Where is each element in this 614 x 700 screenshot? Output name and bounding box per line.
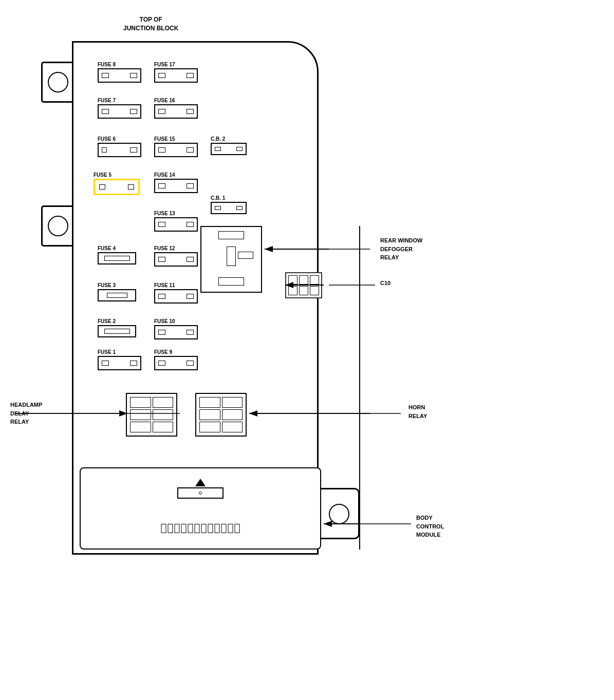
- fuse4-label: FUSE 4: [98, 245, 136, 251]
- horn-relay-box: [195, 393, 247, 437]
- fuse8-tab-left: [102, 73, 109, 78]
- body-control-module-label: BODY CONTROL MODULE: [416, 514, 444, 539]
- fuse5-group: FUSE 5: [94, 172, 140, 195]
- cb2-label: C.B. 2: [211, 136, 247, 142]
- fuse10-label: FUSE 10: [154, 318, 198, 324]
- relay-top-slot: [218, 231, 244, 239]
- diagram-container: TOP OF JUNCTION BLOCK FUSE 8 FUSE 17 FUS…: [10, 10, 604, 688]
- fuse9-label: FUSE 9: [154, 349, 198, 355]
- fuse2-label: FUSE 2: [98, 318, 136, 324]
- fuse8-body: [98, 68, 141, 83]
- fuse3-body: [98, 289, 136, 301]
- fuse2-body: [98, 325, 136, 337]
- horn-relay-grid: [196, 394, 246, 436]
- cb1-body: [211, 202, 247, 214]
- fuse11-label: FUSE 11: [154, 282, 198, 288]
- fuse8-group: FUSE 8: [98, 62, 141, 83]
- cb2-body: [211, 143, 247, 155]
- fuse12-label: FUSE 12: [154, 245, 198, 251]
- fuse6-label: FUSE 6: [98, 136, 141, 142]
- c10-connector: [285, 272, 322, 298]
- connector-arrow-icon: [195, 479, 206, 486]
- bottom-connector-indicator: [177, 479, 224, 499]
- c10-group: [285, 272, 322, 298]
- right-tab-bottom-circle: [329, 504, 349, 524]
- fuse17-body: [154, 68, 198, 83]
- fuse7-group: FUSE 7: [98, 98, 141, 119]
- fuse2-group: FUSE 2: [98, 318, 136, 337]
- diagram-title: TOP OF JUNCTION BLOCK: [123, 15, 178, 33]
- fuse15-group: FUSE 15: [154, 136, 198, 157]
- fuse10-group: FUSE 10: [154, 318, 198, 339]
- fuse14-body: [154, 179, 198, 193]
- horn-relay-label: HORN RELAY: [408, 403, 427, 420]
- fuse10-body: [154, 325, 198, 339]
- relay-mid-rect: [227, 247, 236, 266]
- fuse1-label: FUSE 1: [98, 349, 141, 355]
- fuse17-label: FUSE 17: [154, 62, 198, 67]
- fuse16-body: [154, 104, 198, 119]
- fuse8-tab-right: [130, 73, 137, 78]
- fuse16-group: FUSE 16: [154, 98, 198, 119]
- fuse5-body: [94, 179, 140, 195]
- large-relay-box: [200, 226, 262, 293]
- fuse14-group: FUSE 14: [154, 172, 198, 193]
- fuse13-label: FUSE 13: [154, 211, 198, 216]
- fuse7-body: [98, 104, 141, 119]
- fuse9-body: [154, 356, 198, 370]
- left-tab-top-circle: [48, 72, 68, 92]
- headlamp-delay-label: HEADLAMP DELAY RELAY: [10, 401, 42, 426]
- left-tab-mid: [41, 205, 75, 247]
- fuse13-group: FUSE 13: [154, 211, 198, 232]
- fuse1-group: FUSE 1: [98, 349, 141, 370]
- left-tab-top: [41, 62, 75, 103]
- fuse15-body: [154, 143, 198, 157]
- fuse5-label: FUSE 5: [94, 172, 140, 178]
- fuse12-body: [154, 252, 198, 267]
- right-tab-bottom: [319, 488, 360, 539]
- fuse13-body: [154, 217, 198, 232]
- fuse11-body: [154, 289, 198, 304]
- cb2-group: C.B. 2: [211, 136, 247, 155]
- fuse6-body: [98, 143, 141, 157]
- relay-right-slot: [238, 252, 253, 259]
- headlamp-relay-grid: [127, 394, 176, 436]
- fuse15-label: FUSE 15: [154, 136, 198, 142]
- fuse9-group: FUSE 9: [154, 349, 198, 370]
- fuse4-group: FUSE 4: [98, 245, 136, 264]
- bottom-connector-area: [80, 467, 321, 550]
- rear-window-defogger-label: REAR WINDOW DEFOGGER RELAY: [380, 236, 423, 262]
- fuse3-label: FUSE 3: [98, 282, 136, 288]
- fuse14-label: FUSE 14: [154, 172, 198, 178]
- cb1-label: C.B. 1: [211, 195, 247, 201]
- c10-label: C10: [380, 280, 390, 286]
- fuse4-body: [98, 252, 136, 264]
- fuse11-group: FUSE 11: [154, 282, 198, 304]
- fuse8-label: FUSE 8: [98, 62, 141, 67]
- fuse17-group: FUSE 17: [154, 62, 198, 83]
- connector-pin-row: [161, 524, 240, 533]
- cb1-group: C.B. 1: [211, 195, 247, 214]
- fuse7-label: FUSE 7: [98, 98, 141, 103]
- fuse1-body: [98, 356, 141, 370]
- fuse3-group: FUSE 3: [98, 282, 136, 301]
- left-tab-mid-circle: [48, 216, 68, 236]
- headlamp-relay-box: [126, 393, 177, 437]
- fuse12-group: FUSE 12: [154, 245, 198, 267]
- fuse16-label: FUSE 16: [154, 98, 198, 103]
- fuse6-group: FUSE 6: [98, 136, 141, 157]
- connector-top-bar: [177, 487, 224, 499]
- relay-bottom-slot: [218, 277, 244, 286]
